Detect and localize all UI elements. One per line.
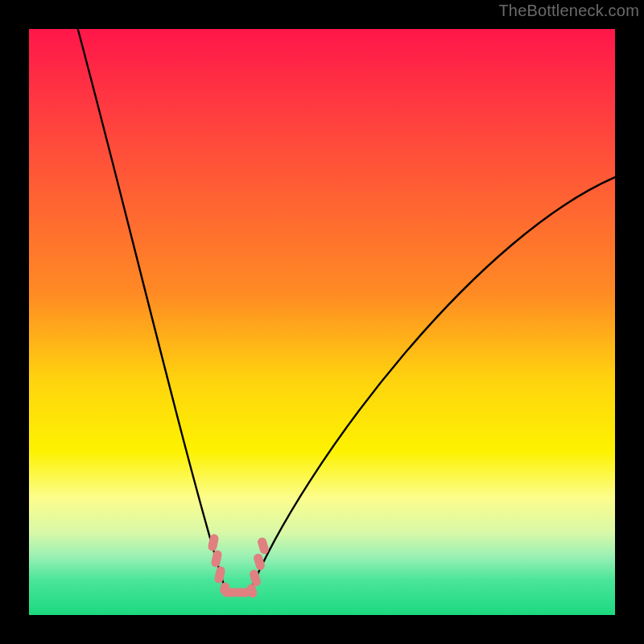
valley-markers [208,534,270,598]
svg-rect-9 [257,537,269,555]
watermark-text: TheBottleneck.com [498,2,639,20]
bottleneck-curve-left [76,21,226,592]
chart-frame: TheBottleneck.com [0,0,644,644]
svg-rect-2 [214,566,225,584]
svg-rect-8 [253,553,265,571]
chart-plot-area [29,29,615,615]
svg-rect-1 [211,550,222,568]
bottleneck-curve-right [250,174,623,592]
